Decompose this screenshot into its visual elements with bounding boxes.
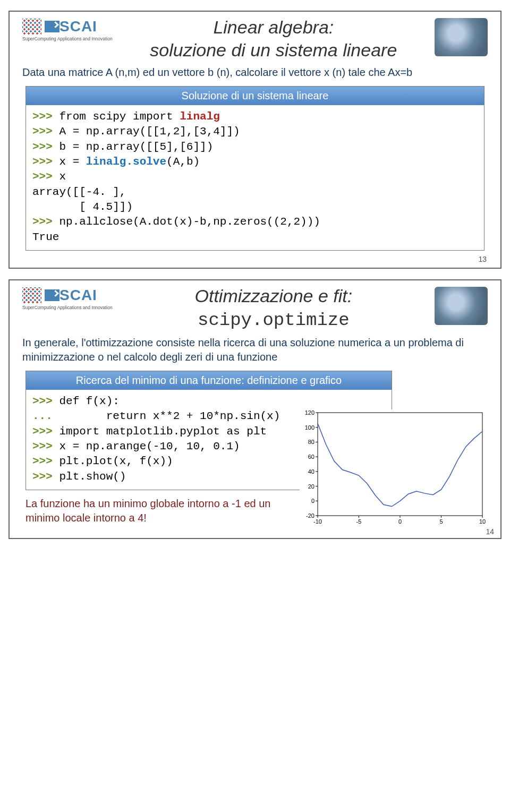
- svg-rect-0: [318, 413, 482, 516]
- decorative-molecule-image: [435, 287, 488, 325]
- code-box-2-title: Ricerca del minimo di una funzione: defi…: [26, 371, 392, 390]
- svg-text:0: 0: [311, 498, 314, 504]
- svg-text:100: 100: [305, 424, 314, 431]
- code-box-1: Soluzione di un sistema lineare >>> from…: [26, 86, 484, 251]
- slide-2-header: SCAI SuperComputing Applications and Inn…: [22, 287, 488, 331]
- slide-2-note: La funzione ha un minimo globale intorno…: [26, 497, 275, 525]
- svg-text:60: 60: [308, 454, 314, 460]
- svg-text:10: 10: [479, 518, 486, 525]
- decorative-molecule-image: [435, 18, 488, 56]
- svg-text:5: 5: [439, 518, 443, 525]
- cineca-logo-icon: [22, 19, 41, 35]
- slide-2-title: Ottimizzazione e fit: scipy.optimize: [118, 285, 429, 331]
- slide-2-intro: In generale, l'ottimizzazione consiste n…: [22, 336, 488, 364]
- slide-1-intro: Data una matrice A (n,m) ed un vettore b…: [22, 65, 488, 80]
- code-box-1-body: >>> from scipy import linalg >>> A = np.…: [26, 105, 484, 250]
- code-box-1-title: Soluzione di un sistema lineare: [26, 87, 484, 105]
- svg-text:0: 0: [398, 518, 402, 525]
- logo-block-2: SCAI SuperComputing Applications and Inn…: [22, 287, 113, 310]
- slide-1-header: SCAI SuperComputing Applications and Inn…: [22, 18, 488, 61]
- page-number-2: 14: [486, 527, 494, 536]
- logo-tagline: SuperComputing Applications and Innovati…: [22, 305, 113, 310]
- scai-logo: SCAI: [45, 18, 97, 35]
- svg-text:120: 120: [305, 409, 314, 416]
- logo-tagline: SuperComputing Applications and Innovati…: [22, 36, 113, 41]
- scai-logo: SCAI: [45, 287, 97, 304]
- svg-text:-10: -10: [313, 518, 322, 525]
- page-number-1: 13: [22, 255, 487, 263]
- slide-2: SCAI SuperComputing Applications and Inn…: [8, 279, 502, 539]
- svg-text:80: 80: [308, 439, 314, 446]
- svg-text:20: 20: [308, 483, 314, 490]
- svg-text:40: 40: [308, 468, 314, 475]
- cineca-logo-icon: [22, 287, 41, 303]
- slide-1: SCAI SuperComputing Applications and Inn…: [8, 11, 502, 269]
- slide-1-title: Linear algebra: soluzione di un sistema …: [118, 16, 429, 61]
- svg-text:-5: -5: [356, 518, 362, 525]
- function-plot: -20020406080100120-10-50510: [300, 409, 486, 526]
- logo-block: SCAI SuperComputing Applications and Inn…: [22, 18, 113, 41]
